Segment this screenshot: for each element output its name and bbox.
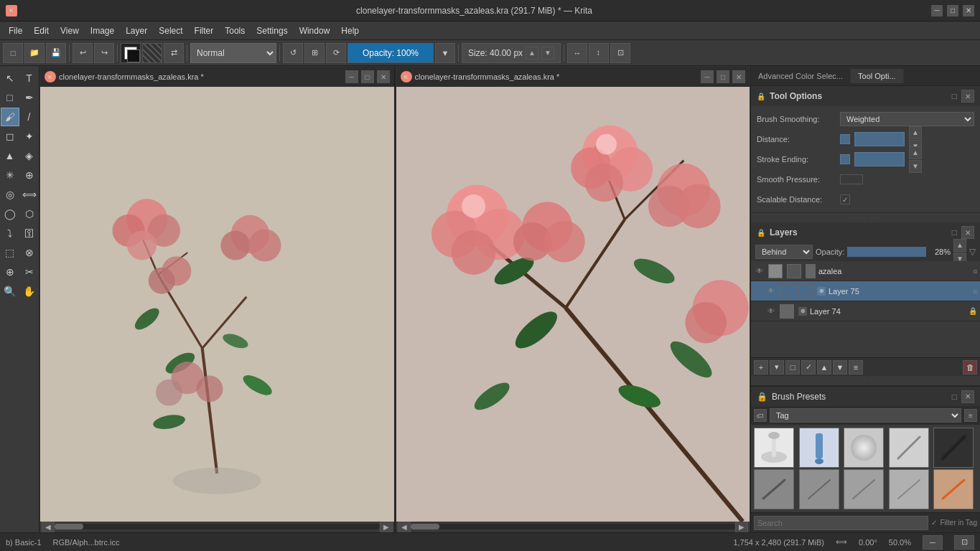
contiguous-sel-tool[interactable]: ⚿ [20,224,39,242]
stroke-up[interactable]: ▲ [909,146,922,159]
brush-presets-close[interactable]: ✕ [961,390,974,403]
move-up-btn[interactable]: ▲ [817,360,831,375]
menu-tools[interactable]: Tools [219,24,251,37]
tool-options-close[interactable]: ✕ [961,90,974,103]
canvas-content-2[interactable] [396,87,750,522]
stroke-ending-input[interactable]: 0.15 [854,152,905,166]
canvas-hscroll-2[interactable]: ◀ ▶ [396,522,750,532]
tool-options-expand[interactable]: □ [952,91,957,101]
canvas1-close[interactable]: ✕ [377,70,390,83]
mirror-v-btn[interactable]: ↔ [589,43,609,63]
menu-file[interactable]: File [3,24,28,37]
colorize-mask-tool[interactable]: ⊕ [1,263,19,281]
opacity-up[interactable]: ▲ [953,239,966,252]
scroll-left-1[interactable]: ◀ [42,520,55,532]
brush-preset-1[interactable] [754,428,794,468]
scroll-right-2[interactable]: ▶ [735,520,748,532]
canvas1-restore[interactable]: □ [361,70,374,83]
brush-presets-expand[interactable]: □ [952,392,957,402]
measure-tool[interactable]: ⟺ [20,185,39,204]
distance-up[interactable]: ▲ [909,126,922,139]
pan-tool[interactable]: ✋ [20,282,39,301]
titlebar-minimize[interactable]: ─ [931,5,943,17]
brush-preset-8[interactable] [844,469,884,509]
layer-item-74[interactable]: 👁 ⊕ Layer 74 🔒 [751,301,980,321]
titlebar-maximize[interactable]: □ [947,5,958,17]
layer-vis-75[interactable]: 👁 [765,286,777,297]
pattern-btn[interactable] [142,43,162,63]
menu-edit[interactable]: Edit [28,24,55,37]
tab-advanced-color[interactable]: Advanced Color Selec... [751,69,851,83]
multibrush-tool[interactable]: ✳ [1,166,19,184]
zoom-out-btn[interactable]: ─ [923,535,943,550]
tag-btn[interactable]: 🏷 [754,409,767,422]
menu-settings[interactable]: Settings [251,24,293,37]
gradient-tool[interactable]: ◈ [20,146,39,165]
opacity-down[interactable]: ▼ [435,43,455,63]
flip-icon[interactable]: ⟺ [836,537,847,547]
wrap-btn[interactable]: ⊡ [610,43,630,63]
undo-btn[interactable]: ↩ [73,43,93,63]
shape-tool[interactable]: □ [1,88,19,107]
brush-smoothing-select[interactable]: Weighted [840,112,974,126]
move-down-btn[interactable]: ▼ [833,360,847,375]
brush-preset-4[interactable] [889,428,929,468]
polygon-sel-tool[interactable]: ⬡ [20,204,39,223]
canvas2-minimize[interactable]: ─ [701,70,714,83]
swap-colors-btn[interactable]: ⇄ [164,43,184,63]
canvas1-minimize[interactable]: ─ [345,70,358,83]
size-down[interactable]: ▼ [541,47,554,60]
titlebar-close[interactable]: ✕ [963,5,974,17]
layer-item-75[interactable]: 👁 ⊕ Layer 75 α [751,281,980,301]
selection-tool[interactable]: ↖ [1,69,19,88]
calligraphy-tool[interactable]: ✒ [20,88,39,107]
menu-image[interactable]: Image [85,24,120,37]
fill-tool[interactable]: ▲ [1,146,19,165]
similar-sel-tool[interactable]: ⬚ [1,243,19,262]
menu-window[interactable]: Window [294,24,336,37]
delete-layer-btn[interactable]: 🗑 [963,360,977,375]
eraser-tool[interactable]: ◻ [1,127,19,146]
brush-preset-3[interactable] [844,428,884,468]
brush-preset-7[interactable] [799,469,839,509]
canvas2-restore[interactable]: □ [717,70,729,83]
reset-btn[interactable]: ↺ [283,43,303,63]
blend-mode-select[interactable]: Normal [190,43,276,63]
fit-canvas-btn[interactable]: ⊡ [954,535,974,550]
layer-filter-icon[interactable]: ▽ [969,247,976,257]
layer-blend-select[interactable]: Behind [755,245,813,259]
scroll-thumb-2[interactable] [411,524,439,529]
scroll-right-1[interactable]: ▶ [380,520,393,532]
transform-tool[interactable]: ⊕ [20,166,39,184]
ellipse-sel-tool[interactable]: ◯ [1,204,19,223]
brush-tool[interactable]: 🖌 [1,108,19,126]
menu-select[interactable]: Select [153,24,188,37]
brush-preset-2[interactable] [799,428,839,468]
menu-help[interactable]: Help [335,24,365,37]
tab-tool-options[interactable]: Tool Opti... [851,69,904,83]
menu-layer[interactable]: Layer [120,24,153,37]
layer-options-btn[interactable]: ≡ [849,360,863,375]
brush-preset-10[interactable] [933,469,974,509]
refresh-btn[interactable]: ⟳ [326,43,346,63]
redo-btn[interactable]: ↪ [94,43,114,63]
scalable-distance-checkbox[interactable]: ✓ [840,194,850,204]
grid-btn[interactable]: ⊞ [304,43,325,63]
brush-preset-6[interactable] [754,469,794,509]
layer-vis-azalea[interactable]: 👁 [754,265,765,277]
menu-filter[interactable]: Filter [189,24,220,37]
freehand-sel-tool[interactable]: ⤵ [1,224,19,242]
smart-sel-tool[interactable]: ✂ [20,263,39,281]
opacity-bar[interactable] [847,247,926,257]
color-selector[interactable] [121,43,141,63]
scroll-thumb-1[interactable] [55,524,83,529]
distance-input[interactable]: 50.0 [854,132,905,146]
brush-search-input[interactable] [754,516,928,530]
scroll-left-2[interactable]: ◀ [398,520,411,532]
layers-expand[interactable]: □ [952,227,957,237]
zoom-tool[interactable]: 🔍 [1,282,19,301]
brush-tag-select[interactable]: Tag [770,408,961,423]
canvas-hscroll-1[interactable]: ◀ ▶ [40,522,394,532]
copy-layer-btn[interactable]: □ [785,360,800,375]
layers-close[interactable]: ✕ [961,226,974,239]
